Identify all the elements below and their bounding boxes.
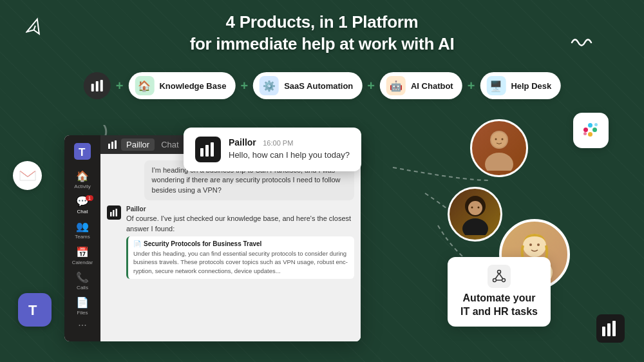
doc-title: 📄 Security Protocols for Business Travel <box>133 240 349 247</box>
chat-time-label: 16:00 PM <box>263 139 293 147</box>
svg-point-31 <box>493 279 497 282</box>
nav-activity[interactable]: 🏠 Activity <box>68 167 97 191</box>
svg-rect-3 <box>96 81 99 91</box>
plus-4: + <box>466 79 477 93</box>
svg-rect-15 <box>211 142 214 157</box>
nav-activity-label: Activity <box>74 184 90 189</box>
document-reference-block[interactable]: 📄 Security Protocols for Business Travel… <box>126 236 354 279</box>
paillor-tab-name: Paillor <box>121 138 155 151</box>
title-line2: for immediate help at work with AI <box>0 33 644 55</box>
avatar-woman-afro <box>448 187 502 242</box>
hd-label: Help Desk <box>511 81 551 91</box>
svg-line-33 <box>495 274 499 280</box>
nav-more[interactable]: ··· <box>78 319 86 331</box>
ai-label: AI Chatbot <box>411 81 453 91</box>
svg-rect-44 <box>602 327 605 336</box>
svg-rect-7 <box>108 144 110 149</box>
svg-rect-11 <box>113 210 115 216</box>
svg-point-22 <box>468 201 482 215</box>
svg-point-19 <box>495 138 497 140</box>
plus-2: + <box>239 79 249 93</box>
doc-icon: 📄 <box>133 240 141 247</box>
nav-calendar-label: Calendar <box>72 260 93 265</box>
nav-calls[interactable]: 📞 Calls <box>68 269 97 292</box>
saas-icon: ⚙️ <box>260 76 279 95</box>
chat-sender-name: Paillor <box>229 137 256 148</box>
nav-teams[interactable]: 👥 Teams <box>68 218 97 242</box>
avatar-man <box>470 119 528 177</box>
svg-point-30 <box>498 271 501 274</box>
svg-rect-14 <box>205 145 209 157</box>
nav-chat[interactable]: 💬 Chat 1 <box>68 193 97 216</box>
chat-bubble-content: Paillor 16:00 PM Hello, how can I help y… <box>229 137 350 160</box>
bot-message-content: Paillor Of course. I've just checked our… <box>126 205 354 279</box>
svg-rect-4 <box>100 80 103 91</box>
svg-point-25 <box>477 207 479 209</box>
paillor-chat-logo <box>195 137 221 162</box>
chat-messages-area[interactable]: I'm heading on a business trip to San Fr… <box>100 154 361 341</box>
bot-message-container: Paillor Of course. I've just checked our… <box>107 205 354 279</box>
svg-rect-12 <box>115 209 117 216</box>
svg-rect-46 <box>612 321 616 336</box>
nav-files[interactable]: 📄 Files <box>68 294 97 318</box>
doc-body-text: Under this heading, you can find essenti… <box>133 249 349 275</box>
products-row: + 🏠 Knowledge Base + ⚙️ SaaS Automation … <box>84 72 561 99</box>
hd-icon: 🖥️ <box>486 76 506 95</box>
bot-reply-text: Of course. I've just checked our knowled… <box>126 214 354 234</box>
svg-text:T: T <box>79 146 86 158</box>
svg-point-29 <box>537 243 540 246</box>
nav-files-label: Files <box>77 310 88 316</box>
floating-chat-bubble: Paillor 16:00 PM Hello, how can I help y… <box>184 128 361 171</box>
saas-label: SaaS Automation <box>284 81 353 91</box>
plus-3: + <box>366 79 376 93</box>
svg-point-32 <box>502 279 506 282</box>
kb-icon: 🏠 <box>135 76 154 95</box>
svg-rect-39 <box>588 132 592 137</box>
svg-point-18 <box>491 132 507 148</box>
svg-rect-9 <box>115 140 117 149</box>
svg-rect-38 <box>592 128 597 132</box>
svg-point-24 <box>471 207 473 209</box>
bot-name-label: Paillor <box>126 205 354 213</box>
product-saas[interactable]: ⚙️ SaaS Automation <box>253 72 362 99</box>
teams-sidebar: T 🏠 Activity 💬 Chat 1 👥 Teams 📅 Calendar <box>64 135 100 341</box>
svg-line-34 <box>499 274 503 280</box>
teams-app-logo: T <box>74 143 91 162</box>
svg-rect-2 <box>91 84 94 91</box>
plus-1: + <box>115 79 125 93</box>
chat-message-text: Hello, how can I help you today? <box>229 150 350 160</box>
paillor-small-logo <box>108 140 117 149</box>
automate-line1: Automate your <box>459 292 539 305</box>
svg-rect-13 <box>200 148 204 157</box>
automate-line2: IT and HR tasks <box>459 305 539 319</box>
svg-rect-36 <box>583 128 588 132</box>
svg-point-20 <box>502 138 504 140</box>
svg-rect-8 <box>111 142 113 149</box>
nav-calendar[interactable]: 📅 Calendar <box>68 243 97 267</box>
automate-box: Automate your IT and HR tasks <box>448 257 551 327</box>
svg-rect-40 <box>583 132 587 135</box>
product-knowledge-base[interactable]: 🏠 Knowledge Base <box>128 72 235 99</box>
svg-point-28 <box>529 243 532 246</box>
svg-rect-45 <box>607 323 611 336</box>
kb-label: Knowledge Base <box>159 81 226 91</box>
chat-badge: 1 <box>86 195 93 201</box>
paillor-logo-circle <box>84 72 111 99</box>
automate-text: Automate your IT and HR tasks <box>459 292 539 319</box>
paillor-logo-bottom-right <box>596 314 625 343</box>
nav-chat-label: Chat <box>77 209 88 214</box>
slack-icon <box>573 113 609 148</box>
bot-avatar <box>107 205 121 220</box>
title-line1: 4 Products, in 1 Platform <box>0 12 644 33</box>
svg-text:T: T <box>28 302 37 318</box>
chat-tab-label: Chat <box>161 140 178 149</box>
product-help-desk[interactable]: 🖥️ Help Desk <box>480 72 560 99</box>
teams-float-icon: T <box>18 293 52 327</box>
gmail-icon <box>13 161 42 190</box>
nav-teams-label: Teams <box>75 234 90 240</box>
paillor-app-tab[interactable]: Paillor <box>108 138 155 151</box>
background: ) 4 Products, in 1 Platform for immediat… <box>0 0 644 362</box>
product-ai-chatbot[interactable]: 🤖 AI Chatbot <box>380 72 462 99</box>
nav-calls-label: Calls <box>77 285 88 291</box>
svg-rect-41 <box>594 123 598 126</box>
